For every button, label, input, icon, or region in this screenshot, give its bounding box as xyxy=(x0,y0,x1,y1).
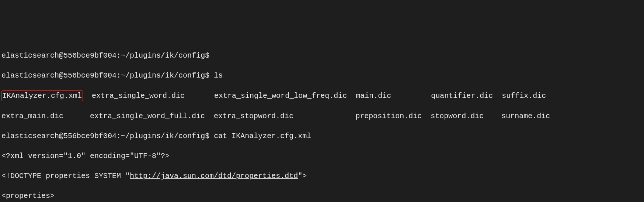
prompt-sigil: $ xyxy=(205,51,209,60)
doctype-url: http://java.sun.com/dtd/properties.dtd xyxy=(130,172,298,180)
file: extra_main.dic xyxy=(1,112,63,120)
xml-doctype: <!DOCTYPE properties SYSTEM "http://java… xyxy=(1,171,643,181)
file: quantifier.dic xyxy=(431,92,493,100)
file: surname.dic xyxy=(501,112,550,120)
prompt-line: elasticsearch@556bce9bf004:~/plugins/ik/… xyxy=(1,51,643,61)
file: main.dic xyxy=(356,92,391,100)
xml-tag: <properties> xyxy=(1,191,643,201)
prompt-line: elasticsearch@556bce9bf004:~/plugins/ik/… xyxy=(1,71,643,81)
file: stopword.dic xyxy=(431,112,484,120)
prompt-path: ~/plugins/ik/config xyxy=(121,51,205,60)
prompt-host: 556bce9bf004 xyxy=(63,51,116,60)
prompt-line: elasticsearch@556bce9bf004:~/plugins/ik/… xyxy=(1,131,643,141)
file-highlighted: IKAnalyzer.cfg.xml xyxy=(1,90,83,101)
xml-decl: <?xml version="1.0" encoding="UTF-8"?> xyxy=(1,151,643,161)
ls-row-2: extra_main.dicextra_single_word_full.dic… xyxy=(1,111,643,121)
command-ls: ls xyxy=(214,71,223,80)
prompt-user: elasticsearch xyxy=(1,51,59,60)
file: preposition.dic xyxy=(355,112,422,120)
command-cat: cat IKAnalyzer.cfg.xml xyxy=(214,132,311,140)
file: extra_single_word_full.dic xyxy=(90,112,205,120)
ls-row-1: IKAnalyzer.cfg.xmlextra_single_word.dice… xyxy=(1,90,643,101)
terminal-output[interactable]: elasticsearch@556bce9bf004:~/plugins/ik/… xyxy=(1,41,643,202)
file: suffix.dic xyxy=(502,92,546,100)
file: extra_single_word_low_freq.dic xyxy=(214,92,347,100)
file: extra_single_word.dic xyxy=(92,92,185,100)
file: extra_stopword.dic xyxy=(214,112,293,120)
